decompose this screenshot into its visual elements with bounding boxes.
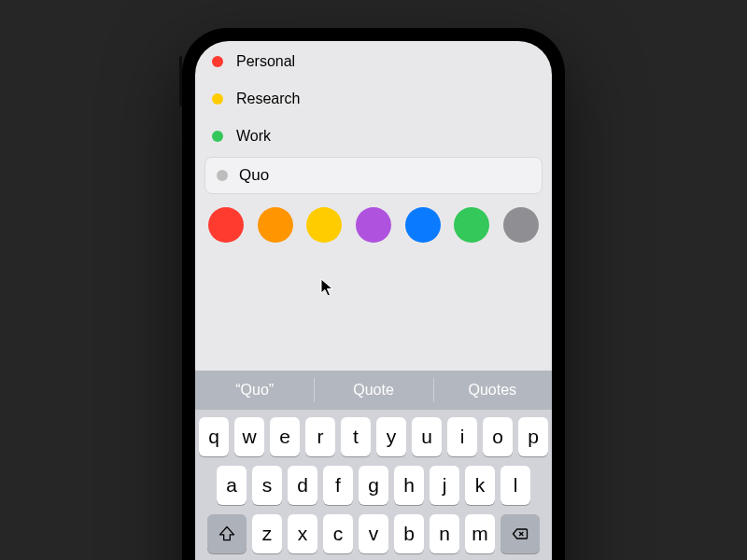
phone-screen: PersonalResearchWork “Quo”QuoteQuotes qw… (195, 41, 552, 560)
tag-item[interactable]: Work (212, 118, 535, 155)
letter-key-h[interactable]: h (394, 466, 424, 505)
letter-key-k[interactable]: k (465, 466, 495, 505)
letter-key-z[interactable]: z (252, 514, 282, 553)
letter-key-t[interactable]: t (341, 417, 371, 456)
tag-label: Research (236, 91, 300, 107)
keyboard-key-rows: qwertyuiop asdfghjkl zxcvbnm (195, 410, 552, 557)
letter-key-u[interactable]: u (412, 417, 442, 456)
keyboard-row-1: qwertyuiop (199, 417, 548, 456)
backspace-icon (511, 525, 529, 543)
letter-key-x[interactable]: x (288, 514, 317, 553)
quicktype-suggestion[interactable]: Quote (314, 371, 432, 410)
letter-key-q[interactable]: q (199, 417, 229, 456)
phone-frame: PersonalResearchWork “Quo”QuoteQuotes qw… (182, 28, 565, 560)
letter-key-r[interactable]: r (305, 417, 335, 456)
tag-list: PersonalResearchWork (195, 41, 552, 155)
color-swatch[interactable] (208, 207, 244, 243)
color-swatch[interactable] (405, 207, 441, 243)
shift-key[interactable] (207, 514, 247, 553)
backspace-key[interactable] (500, 514, 540, 553)
new-tag-field[interactable] (204, 157, 543, 194)
new-tag-row (195, 155, 552, 202)
letter-key-c[interactable]: c (323, 514, 353, 553)
color-swatch[interactable] (454, 207, 489, 243)
shift-icon (218, 525, 236, 543)
letter-key-s[interactable]: s (252, 466, 282, 505)
letter-key-b[interactable]: b (394, 514, 424, 553)
letter-key-l[interactable]: l (500, 466, 530, 505)
letter-key-m[interactable]: m (465, 514, 495, 553)
tag-label: Work (236, 128, 271, 145)
letter-key-w[interactable]: w (234, 417, 264, 456)
keyboard-row-3: zxcvbnm (199, 514, 548, 553)
color-swatch[interactable] (503, 207, 539, 243)
quicktype-suggestion[interactable]: “Quo” (195, 371, 314, 410)
quicktype-bar: “Quo”QuoteQuotes (195, 371, 552, 410)
new-tag-input[interactable] (239, 166, 530, 185)
letter-key-n[interactable]: n (430, 514, 459, 553)
tag-color-dot (212, 56, 223, 67)
letter-key-g[interactable]: g (359, 466, 388, 505)
letter-key-p[interactable]: p (518, 417, 548, 456)
letter-key-y[interactable]: y (376, 417, 406, 456)
tag-label: Personal (236, 53, 295, 70)
phone-side-button (179, 56, 182, 106)
software-keyboard: “Quo”QuoteQuotes qwertyuiop asdfghjkl zx… (195, 371, 552, 560)
tag-color-dot (212, 131, 223, 142)
new-tag-color-dot (217, 170, 228, 181)
letter-key-a[interactable]: a (217, 466, 247, 505)
color-swatch[interactable] (258, 207, 293, 243)
letter-key-j[interactable]: j (430, 466, 459, 505)
quicktype-suggestion[interactable]: Quotes (433, 371, 552, 410)
keyboard-row-2: asdfghjkl (199, 466, 548, 505)
letter-key-f[interactable]: f (323, 466, 353, 505)
color-swatch-row (195, 202, 552, 252)
tag-item[interactable]: Research (212, 80, 535, 118)
color-swatch[interactable] (356, 207, 391, 243)
letter-key-v[interactable]: v (359, 514, 388, 553)
tag-item[interactable]: Personal (212, 43, 535, 80)
letter-key-o[interactable]: o (483, 417, 513, 456)
letter-key-e[interactable]: e (270, 417, 300, 456)
letter-key-i[interactable]: i (447, 417, 477, 456)
tag-color-dot (212, 93, 223, 105)
letter-key-d[interactable]: d (288, 466, 317, 505)
color-swatch[interactable] (306, 207, 342, 243)
